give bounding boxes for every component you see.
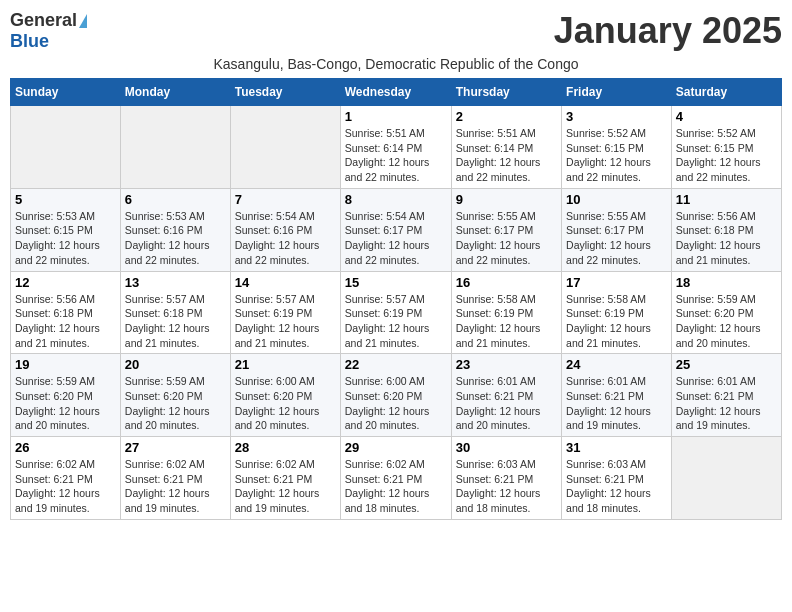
- day-info: Sunrise: 5:59 AM Sunset: 6:20 PM Dayligh…: [676, 292, 777, 351]
- calendar-cell: 18Sunrise: 5:59 AM Sunset: 6:20 PM Dayli…: [671, 271, 781, 354]
- day-number: 24: [566, 357, 667, 372]
- day-number: 30: [456, 440, 557, 455]
- day-number: 29: [345, 440, 447, 455]
- day-info: Sunrise: 5:57 AM Sunset: 6:19 PM Dayligh…: [345, 292, 447, 351]
- week-row-4: 19Sunrise: 5:59 AM Sunset: 6:20 PM Dayli…: [11, 354, 782, 437]
- header-day-thursday: Thursday: [451, 79, 561, 106]
- day-info: Sunrise: 5:53 AM Sunset: 6:15 PM Dayligh…: [15, 209, 116, 268]
- calendar-cell: 3Sunrise: 5:52 AM Sunset: 6:15 PM Daylig…: [562, 106, 672, 189]
- day-info: Sunrise: 5:54 AM Sunset: 6:16 PM Dayligh…: [235, 209, 336, 268]
- day-number: 15: [345, 275, 447, 290]
- day-number: 8: [345, 192, 447, 207]
- header-day-monday: Monday: [120, 79, 230, 106]
- header-row: SundayMondayTuesdayWednesdayThursdayFrid…: [11, 79, 782, 106]
- week-row-3: 12Sunrise: 5:56 AM Sunset: 6:18 PM Dayli…: [11, 271, 782, 354]
- calendar-table: SundayMondayTuesdayWednesdayThursdayFrid…: [10, 78, 782, 520]
- calendar-cell: 27Sunrise: 6:02 AM Sunset: 6:21 PM Dayli…: [120, 437, 230, 520]
- day-number: 14: [235, 275, 336, 290]
- logo-blue: Blue: [10, 31, 49, 52]
- day-number: 26: [15, 440, 116, 455]
- calendar-cell: 6Sunrise: 5:53 AM Sunset: 6:16 PM Daylig…: [120, 188, 230, 271]
- day-info: Sunrise: 6:00 AM Sunset: 6:20 PM Dayligh…: [345, 374, 447, 433]
- day-info: Sunrise: 5:56 AM Sunset: 6:18 PM Dayligh…: [676, 209, 777, 268]
- day-info: Sunrise: 5:58 AM Sunset: 6:19 PM Dayligh…: [456, 292, 557, 351]
- calendar-cell: 4Sunrise: 5:52 AM Sunset: 6:15 PM Daylig…: [671, 106, 781, 189]
- day-info: Sunrise: 5:53 AM Sunset: 6:16 PM Dayligh…: [125, 209, 226, 268]
- day-info: Sunrise: 5:52 AM Sunset: 6:15 PM Dayligh…: [566, 126, 667, 185]
- day-info: Sunrise: 5:57 AM Sunset: 6:18 PM Dayligh…: [125, 292, 226, 351]
- day-number: 23: [456, 357, 557, 372]
- calendar-cell: [230, 106, 340, 189]
- calendar-cell: 16Sunrise: 5:58 AM Sunset: 6:19 PM Dayli…: [451, 271, 561, 354]
- header-day-friday: Friday: [562, 79, 672, 106]
- calendar-cell: 25Sunrise: 6:01 AM Sunset: 6:21 PM Dayli…: [671, 354, 781, 437]
- day-info: Sunrise: 6:02 AM Sunset: 6:21 PM Dayligh…: [235, 457, 336, 516]
- day-info: Sunrise: 6:00 AM Sunset: 6:20 PM Dayligh…: [235, 374, 336, 433]
- day-info: Sunrise: 5:51 AM Sunset: 6:14 PM Dayligh…: [456, 126, 557, 185]
- calendar-cell: 21Sunrise: 6:00 AM Sunset: 6:20 PM Dayli…: [230, 354, 340, 437]
- calendar-cell: 14Sunrise: 5:57 AM Sunset: 6:19 PM Dayli…: [230, 271, 340, 354]
- calendar-cell: 29Sunrise: 6:02 AM Sunset: 6:21 PM Dayli…: [340, 437, 451, 520]
- day-number: 31: [566, 440, 667, 455]
- day-number: 10: [566, 192, 667, 207]
- day-info: Sunrise: 6:02 AM Sunset: 6:21 PM Dayligh…: [345, 457, 447, 516]
- week-row-5: 26Sunrise: 6:02 AM Sunset: 6:21 PM Dayli…: [11, 437, 782, 520]
- calendar-cell: 30Sunrise: 6:03 AM Sunset: 6:21 PM Dayli…: [451, 437, 561, 520]
- calendar-cell: [11, 106, 121, 189]
- calendar-cell: 11Sunrise: 5:56 AM Sunset: 6:18 PM Dayli…: [671, 188, 781, 271]
- day-info: Sunrise: 5:59 AM Sunset: 6:20 PM Dayligh…: [15, 374, 116, 433]
- logo: General Blue: [10, 10, 87, 52]
- day-info: Sunrise: 5:59 AM Sunset: 6:20 PM Dayligh…: [125, 374, 226, 433]
- header-day-sunday: Sunday: [11, 79, 121, 106]
- day-number: 4: [676, 109, 777, 124]
- day-info: Sunrise: 5:51 AM Sunset: 6:14 PM Dayligh…: [345, 126, 447, 185]
- day-info: Sunrise: 5:52 AM Sunset: 6:15 PM Dayligh…: [676, 126, 777, 185]
- day-number: 21: [235, 357, 336, 372]
- day-number: 11: [676, 192, 777, 207]
- day-info: Sunrise: 6:01 AM Sunset: 6:21 PM Dayligh…: [566, 374, 667, 433]
- day-info: Sunrise: 5:54 AM Sunset: 6:17 PM Dayligh…: [345, 209, 447, 268]
- calendar-cell: 10Sunrise: 5:55 AM Sunset: 6:17 PM Dayli…: [562, 188, 672, 271]
- header-day-saturday: Saturday: [671, 79, 781, 106]
- logo-general: General: [10, 10, 77, 31]
- month-title: January 2025: [554, 10, 782, 52]
- week-row-2: 5Sunrise: 5:53 AM Sunset: 6:15 PM Daylig…: [11, 188, 782, 271]
- day-info: Sunrise: 5:55 AM Sunset: 6:17 PM Dayligh…: [566, 209, 667, 268]
- calendar-cell: 23Sunrise: 6:01 AM Sunset: 6:21 PM Dayli…: [451, 354, 561, 437]
- calendar-cell: 24Sunrise: 6:01 AM Sunset: 6:21 PM Dayli…: [562, 354, 672, 437]
- logo-triangle-icon: [79, 14, 87, 28]
- day-number: 25: [676, 357, 777, 372]
- day-number: 5: [15, 192, 116, 207]
- day-number: 12: [15, 275, 116, 290]
- day-info: Sunrise: 6:03 AM Sunset: 6:21 PM Dayligh…: [456, 457, 557, 516]
- calendar-cell: 28Sunrise: 6:02 AM Sunset: 6:21 PM Dayli…: [230, 437, 340, 520]
- day-info: Sunrise: 6:01 AM Sunset: 6:21 PM Dayligh…: [456, 374, 557, 433]
- calendar-cell: [120, 106, 230, 189]
- calendar-cell: [671, 437, 781, 520]
- calendar-cell: 5Sunrise: 5:53 AM Sunset: 6:15 PM Daylig…: [11, 188, 121, 271]
- week-row-1: 1Sunrise: 5:51 AM Sunset: 6:14 PM Daylig…: [11, 106, 782, 189]
- day-info: Sunrise: 6:01 AM Sunset: 6:21 PM Dayligh…: [676, 374, 777, 433]
- day-number: 2: [456, 109, 557, 124]
- calendar-cell: 7Sunrise: 5:54 AM Sunset: 6:16 PM Daylig…: [230, 188, 340, 271]
- day-number: 1: [345, 109, 447, 124]
- day-info: Sunrise: 5:56 AM Sunset: 6:18 PM Dayligh…: [15, 292, 116, 351]
- calendar-cell: 22Sunrise: 6:00 AM Sunset: 6:20 PM Dayli…: [340, 354, 451, 437]
- calendar-cell: 31Sunrise: 6:03 AM Sunset: 6:21 PM Dayli…: [562, 437, 672, 520]
- day-number: 6: [125, 192, 226, 207]
- calendar-cell: 15Sunrise: 5:57 AM Sunset: 6:19 PM Dayli…: [340, 271, 451, 354]
- day-number: 13: [125, 275, 226, 290]
- day-number: 22: [345, 357, 447, 372]
- header-day-wednesday: Wednesday: [340, 79, 451, 106]
- day-info: Sunrise: 6:02 AM Sunset: 6:21 PM Dayligh…: [15, 457, 116, 516]
- day-number: 19: [15, 357, 116, 372]
- calendar-cell: 12Sunrise: 5:56 AM Sunset: 6:18 PM Dayli…: [11, 271, 121, 354]
- day-info: Sunrise: 5:55 AM Sunset: 6:17 PM Dayligh…: [456, 209, 557, 268]
- day-number: 20: [125, 357, 226, 372]
- header-day-tuesday: Tuesday: [230, 79, 340, 106]
- day-info: Sunrise: 6:03 AM Sunset: 6:21 PM Dayligh…: [566, 457, 667, 516]
- page-header: General Blue January 2025: [10, 10, 782, 52]
- day-number: 17: [566, 275, 667, 290]
- day-number: 3: [566, 109, 667, 124]
- calendar-cell: 9Sunrise: 5:55 AM Sunset: 6:17 PM Daylig…: [451, 188, 561, 271]
